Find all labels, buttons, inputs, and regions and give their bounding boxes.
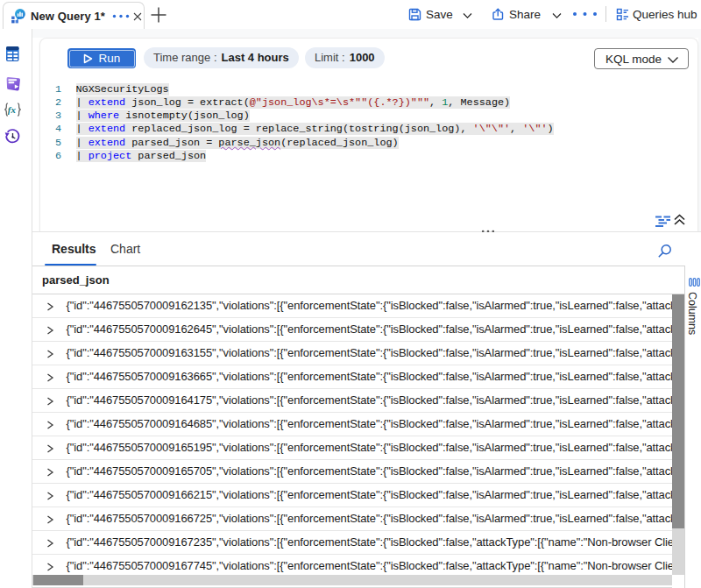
svg-text:fx: fx — [8, 104, 17, 115]
